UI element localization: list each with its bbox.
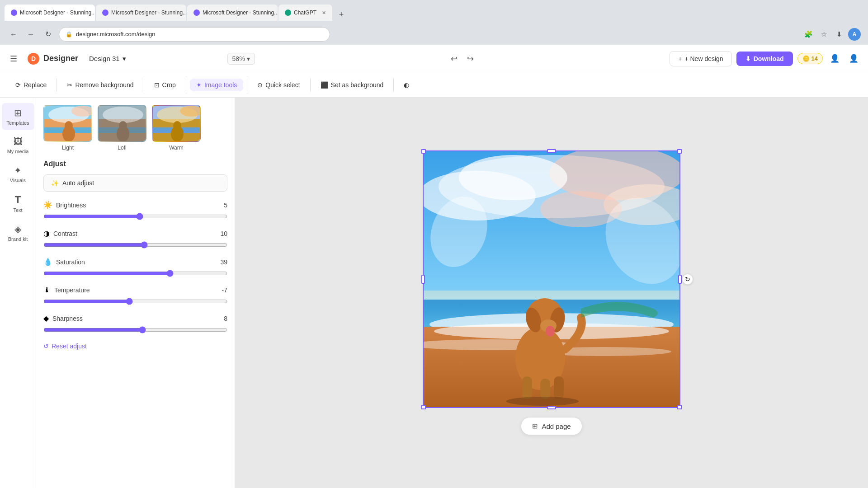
undo-redo: ↩ ↪ [447, 52, 477, 66]
header-actions: + + New design ⬇ Download 🪙 14 👤 👤 [670, 51, 861, 66]
remove-bg-button[interactable]: ✂ Remove background [61, 79, 140, 91]
temperature-slider-section: 🌡 Temperature -7 [43, 286, 227, 307]
tab-2[interactable]: Microsoft Designer - Stunning... ✕ [96, 5, 186, 21]
account-button[interactable]: 👤 [846, 52, 861, 66]
app-header: ☰ D Designer Design 31 ▾ 58% ▾ ↩ ↪ + + N… [0, 45, 868, 72]
contrast-slider-section: ◑ Contrast 10 [43, 229, 227, 250]
filter-warm[interactable]: Warm [152, 105, 201, 151]
temperature-header: 🌡 Temperature -7 [43, 286, 227, 294]
remove-bg-icon: ✂ [67, 81, 72, 89]
tab-favicon-4 [285, 9, 291, 16]
beach-scene-svg [423, 150, 680, 408]
quick-select-label: Quick select [265, 81, 300, 89]
filter-light[interactable]: Light [43, 105, 92, 151]
app: ☰ D Designer Design 31 ▾ 58% ▾ ↩ ↪ + + N… [0, 45, 868, 488]
tab-favicon-2 [102, 9, 108, 16]
extensions-icon[interactable]: 🧩 [802, 28, 815, 41]
tab-label-1: Microsoft Designer - Stunning... [20, 9, 95, 16]
browser-tabs: Microsoft Designer - Stunning... ✕ Micro… [5, 3, 348, 21]
filter-warm-thumb [152, 105, 201, 142]
new-design-label: + New design [684, 55, 723, 62]
new-tab-button[interactable]: + [335, 8, 348, 21]
toolbar-divider-6 [393, 79, 394, 91]
download-button[interactable]: ⬇ Download [736, 52, 793, 66]
sidebar-item-my-media[interactable]: 🖼 My media [2, 132, 34, 159]
auto-adjust-button[interactable]: ✨ Auto adjust [43, 174, 227, 192]
crop-button[interactable]: ⊡ Crop [148, 79, 182, 91]
reload-button[interactable]: ↻ [42, 28, 54, 41]
image-tools-button[interactable]: ✦ Image tools [190, 79, 243, 91]
toolbar-divider-5 [310, 79, 311, 91]
contrast-icon: ◑ [43, 229, 50, 238]
sidebar-item-templates[interactable]: ⊞ Templates [2, 103, 34, 130]
saturation-slider-section: 💧 Saturation 39 [43, 258, 227, 279]
lock-icon: 🔒 [66, 31, 72, 38]
profile-avatar[interactable]: A [848, 28, 861, 41]
panel: Light Lo [36, 98, 235, 488]
address-bar[interactable]: 🔒 designer.microsoft.com/design [59, 27, 330, 42]
brightness-header: ☀️ Brightness 5 [43, 201, 227, 209]
svg-point-27 [459, 155, 567, 200]
replace-icon: ⟳ [15, 81, 21, 89]
svg-point-44 [546, 326, 555, 337]
undo-button[interactable]: ↩ [447, 52, 461, 66]
new-design-button[interactable]: + + New design [670, 51, 731, 66]
contrast-input[interactable] [43, 241, 227, 249]
tab-1[interactable]: Microsoft Designer - Stunning... ✕ [5, 5, 95, 21]
auto-adjust-icon: ✨ [51, 179, 59, 187]
temperature-input[interactable] [43, 298, 227, 305]
zoom-level-text: 58% [232, 55, 245, 62]
sharpness-input[interactable] [43, 326, 227, 333]
replace-label: Replace [24, 81, 47, 89]
download-label: Download [754, 55, 784, 62]
brand-kit-icon: ◈ [14, 224, 21, 235]
forward-button[interactable]: → [24, 28, 37, 41]
hamburger-button[interactable]: ☰ [7, 51, 20, 66]
brightness-input[interactable] [43, 213, 227, 220]
my-media-icon: 🖼 [14, 136, 23, 147]
redo-button[interactable]: ↪ [463, 52, 477, 66]
design-name-text: Design 31 [89, 55, 120, 62]
zoom-control[interactable]: 58% ▾ [227, 53, 255, 65]
toolbar-divider-2 [144, 79, 144, 91]
canvas-area: ↻ ⊞ Add page [235, 98, 868, 488]
tab-4[interactable]: ChatGPT ✕ [278, 5, 332, 21]
filter-warm-label: Warm [169, 145, 184, 151]
toolbar-divider-1 [57, 79, 57, 91]
main-row: ⊞ Templates 🖼 My media ✦ Visuals T Text … [0, 98, 868, 488]
quick-select-icon: ⊙ [257, 81, 263, 89]
remove-bg-label: Remove background [75, 81, 133, 89]
add-page-icon: ⊞ [532, 422, 538, 430]
filter-lofi-label: Lofi [118, 145, 126, 151]
filter-lofi[interactable]: Lofi [98, 105, 146, 151]
saturation-value: 39 [214, 258, 227, 266]
more-options-button[interactable]: ◐ [397, 79, 415, 91]
tab-3[interactable]: Microsoft Designer - Stunning... ✕ [187, 5, 278, 21]
contrast-name: Contrast [53, 230, 210, 237]
tab-close-4[interactable]: ✕ [322, 10, 326, 16]
set-as-bg-button[interactable]: ⬛ Set as background [314, 79, 390, 91]
sidebar-item-visuals[interactable]: ✦ Visuals [2, 160, 34, 188]
sidebar-item-brand-kit[interactable]: ◈ Brand kit [2, 219, 34, 246]
rotate-handle[interactable]: ↻ [682, 274, 693, 285]
plus-icon: + [678, 55, 682, 62]
canvas-image[interactable] [423, 150, 680, 408]
sidebar-item-text[interactable]: T Text [2, 189, 34, 217]
tab-label-2: Microsoft Designer - Stunning... [111, 9, 186, 16]
quick-select-button[interactable]: ⊙ Quick select [251, 79, 306, 91]
svg-rect-46 [540, 379, 550, 399]
back-button[interactable]: ← [7, 28, 20, 41]
replace-button[interactable]: ⟳ Replace [9, 79, 53, 91]
add-page-button[interactable]: ⊞ Add page [521, 417, 582, 435]
my-media-label: My media [7, 149, 29, 154]
favorites-icon[interactable]: ☆ [817, 28, 830, 41]
text-label: Text [13, 207, 22, 213]
saturation-input[interactable] [43, 270, 227, 277]
design-name-dropdown[interactable]: Design 31 ▾ [85, 53, 130, 65]
share-button[interactable]: 👤 [827, 52, 842, 66]
filter-lofi-thumb [98, 105, 146, 142]
tab-label-4: ChatGPT [294, 9, 316, 16]
reset-adjust-button[interactable]: ↺ Reset adjust [43, 343, 227, 350]
coins-count: 14 [811, 55, 818, 62]
downloads-icon[interactable]: ⬇ [833, 28, 845, 41]
